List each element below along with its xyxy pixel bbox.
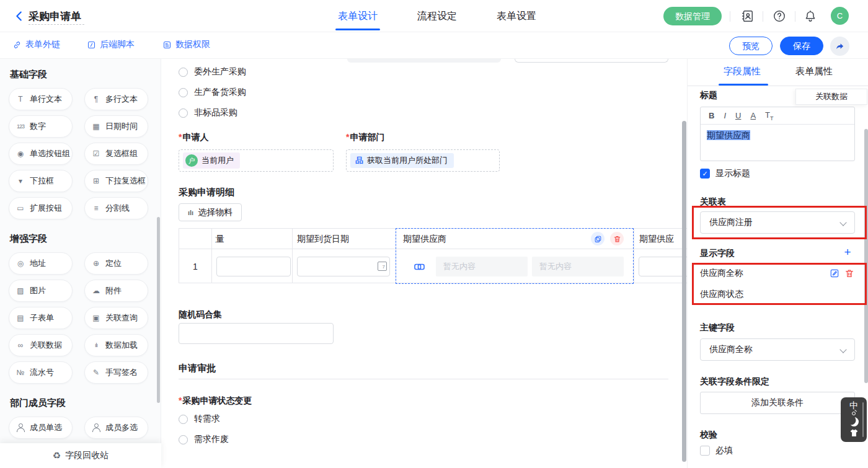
radio-icon[interactable]: [179, 435, 188, 444]
radio-option[interactable]: 非标品采购: [179, 107, 237, 118]
sidebar-item-image[interactable]: ▨图片: [9, 280, 73, 302]
sidebar-item-linked-data[interactable]: ∞关联数据: [9, 334, 73, 356]
form-toolbar: 表单外链 后端脚本 数据权限 预览 保存: [0, 32, 868, 59]
translate-icon[interactable]: 中: [849, 401, 858, 410]
add-display-field-button[interactable]: +: [841, 247, 854, 259]
data-manage-button[interactable]: 数据管理: [663, 7, 722, 25]
linked-table-select[interactable]: 供应商注册: [700, 211, 855, 234]
delete-column-icon[interactable]: [610, 232, 624, 245]
tab-form-properties[interactable]: 表单属性: [795, 66, 833, 77]
column-header-expected-supplier[interactable]: 期望供应商: [403, 234, 446, 245]
next-supplier-input[interactable]: [639, 257, 687, 276]
sidebar-item-linked-query[interactable]: ▣关联查询: [84, 307, 148, 329]
show-title-row[interactable]: ✓ 显示标题: [700, 168, 750, 179]
add-condition-button[interactable]: 添加关联条件: [700, 392, 855, 414]
linked-field-placeholder: 暂无内容: [532, 257, 624, 276]
data-permission-link[interactable]: 数据权限: [162, 39, 210, 50]
sidebar-item-serial-number[interactable]: №流水号: [9, 361, 73, 384]
primary-key-select[interactable]: 供应商全称: [700, 338, 855, 361]
edit-icon[interactable]: [830, 268, 839, 278]
radio-option[interactable]: 转需求: [179, 413, 220, 425]
sidebar-item-location[interactable]: ⊕定位: [84, 252, 148, 275]
save-button[interactable]: 保存: [780, 37, 823, 55]
sidebar-item-select[interactable]: ▾下拉框: [9, 170, 73, 192]
field-recycle-bin[interactable]: ♻ 字段回收站: [0, 443, 161, 468]
dark-mode-icon[interactable]: [849, 417, 859, 426]
column-divider: [292, 229, 293, 283]
sidebar-item-extend-button[interactable]: ▭扩展按钮: [9, 197, 73, 219]
radio-icon[interactable]: [179, 108, 188, 118]
applicant-field[interactable]: 户 当前用户: [179, 149, 334, 172]
radio-icon[interactable]: [179, 68, 188, 77]
bell-icon[interactable]: [804, 9, 817, 23]
row-number: 1: [179, 249, 211, 283]
backend-script-link[interactable]: 后端脚本: [87, 39, 135, 50]
tab-form-design[interactable]: 表单设计: [338, 10, 378, 30]
panel-scrollbar[interactable]: [864, 129, 868, 383]
sidebar-item-data-load[interactable]: ılı数据加载: [84, 334, 148, 356]
sidebar-item-checkbox-group[interactable]: ☑复选框组: [84, 143, 148, 165]
sidebar-item-single-line-text[interactable]: T单行文本: [9, 88, 73, 110]
department-field[interactable]: 品 获取当前用户所处部门: [346, 149, 500, 172]
tab-field-properties[interactable]: 字段属性: [724, 66, 761, 77]
address-book-icon[interactable]: [740, 9, 754, 23]
column-header-expected-date[interactable]: 期望到货日期: [297, 234, 349, 245]
checkbox-group-icon: ☑: [91, 149, 102, 158]
preview-button[interactable]: 预览: [729, 37, 773, 55]
random-code-input[interactable]: [179, 323, 334, 344]
radio-option[interactable]: 委外生产采购: [179, 66, 246, 77]
bar-chart-icon: ılı: [188, 209, 193, 216]
back-icon[interactable]: [12, 9, 26, 23]
tab-form-setting[interactable]: 表单设置: [497, 10, 536, 30]
quantity-input[interactable]: [216, 257, 291, 276]
required-checkbox-row[interactable]: 必填: [700, 445, 733, 456]
form-canvas[interactable]: 委外生产采购 生产备货采购 非标品采购 *申请人 *申请部门 户 当前用户 品 …: [161, 59, 687, 468]
share-icon: [835, 41, 845, 51]
italic-button[interactable]: I: [724, 111, 726, 120]
sidebar-item-address[interactable]: ◎地址: [9, 252, 73, 275]
sidebar-item-radio-group[interactable]: ◉单选按钮组: [9, 143, 73, 165]
radio-option[interactable]: 生产备货采购: [179, 87, 246, 98]
copy-column-icon[interactable]: [591, 232, 604, 245]
sidebar-item-datetime[interactable]: ▦日期时间: [84, 115, 148, 138]
checkbox-unchecked-icon[interactable]: [700, 446, 710, 456]
column-divider: [634, 229, 634, 283]
sidebar-item-divider[interactable]: ≡分割线: [84, 197, 148, 219]
user-avatar[interactable]: C: [831, 7, 849, 25]
sidebar-item-attachment[interactable]: ☁附件: [84, 280, 148, 302]
select-icon: ▾: [15, 177, 26, 185]
select-material-button[interactable]: ılı 选择物料: [179, 203, 242, 221]
share-button[interactable]: [830, 37, 849, 56]
sidebar-item-multi-select[interactable]: ⊞下拉复选框: [84, 170, 148, 192]
clipped-field-above: [515, 59, 668, 63]
theme-icon[interactable]: [849, 428, 859, 438]
sidebar-item-subform[interactable]: ▤子表单: [9, 307, 73, 329]
radio-icon[interactable]: [179, 415, 188, 424]
sidebar-scrollbar[interactable]: [157, 217, 160, 403]
checkbox-checked-icon[interactable]: ✓: [700, 169, 710, 179]
column-header-quantity[interactable]: 数量: [215, 234, 236, 245]
sidebar-item-member-multi[interactable]: 成员多选: [84, 417, 148, 439]
sidebar-item-signature[interactable]: ✎手写签名: [84, 361, 148, 384]
font-size-button[interactable]: TT: [765, 110, 773, 121]
radio-option[interactable]: 需求作废: [179, 434, 229, 445]
browser-extension-widget[interactable]: 中: [841, 397, 867, 442]
calendar-icon[interactable]: 7: [378, 262, 387, 271]
tab-flow-setting[interactable]: 流程设定: [417, 10, 457, 30]
delete-icon[interactable]: [844, 268, 854, 278]
bold-button[interactable]: B: [709, 111, 714, 120]
radio-icon[interactable]: [179, 88, 188, 97]
title-editor-input[interactable]: 期望供应商: [701, 125, 854, 147]
font-color-button[interactable]: A: [750, 111, 756, 120]
sidebar-item-member-single[interactable]: 成员单选: [9, 417, 73, 439]
sidebar-item-multi-line-text[interactable]: ¶多行文本: [84, 88, 148, 110]
serial-number-icon: №: [15, 368, 26, 377]
canvas-scrollbar[interactable]: [682, 121, 686, 462]
sidebar-item-number[interactable]: 123数字: [9, 115, 73, 138]
form-external-link[interactable]: 表单外链: [12, 39, 60, 50]
column-header-expected-supplier-next[interactable]: 期望供应: [639, 234, 674, 245]
section-title-enhanced-fields: 增强字段: [10, 233, 161, 245]
underline-button[interactable]: U: [735, 111, 741, 120]
expected-date-input[interactable]: [297, 257, 390, 276]
help-icon[interactable]: [773, 9, 786, 23]
